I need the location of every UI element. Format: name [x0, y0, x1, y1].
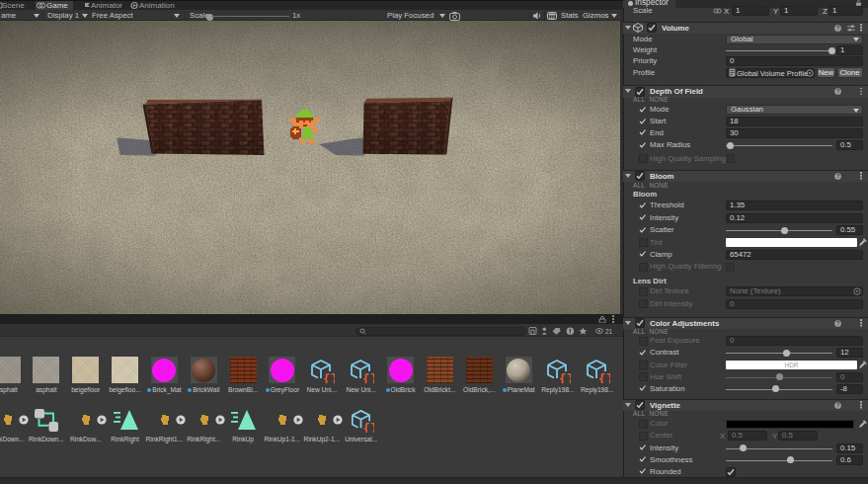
- svg-text:{}: {}: [362, 372, 374, 384]
- svg-text:{}: {}: [362, 422, 374, 433]
- svg-text:{}: {}: [323, 372, 335, 384]
- svg-text:{}: {}: [598, 372, 610, 384]
- svg-text:{}: {}: [559, 372, 571, 384]
- svg-text:21: 21: [605, 328, 613, 335]
